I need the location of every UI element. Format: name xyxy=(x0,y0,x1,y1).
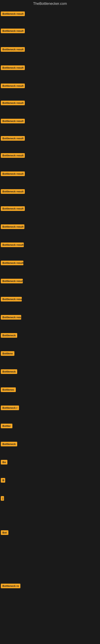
bottleneck-item: Bottleneck xyxy=(1,442,17,447)
bottleneck-badge: Bottleneck result xyxy=(1,260,23,265)
bottleneck-badge: Bottleneck result xyxy=(1,153,25,158)
bottleneck-badge: Bottleneck result xyxy=(1,84,25,88)
bottleneck-badge: Bottleneck result xyxy=(1,28,25,33)
bottleneck-item: Bottleneck result xyxy=(1,84,25,89)
bottleneck-item: Bo xyxy=(1,460,7,465)
bottleneck-badge: Bottleneck result xyxy=(1,12,25,16)
bottleneck-badge: | xyxy=(1,496,4,501)
bottleneck-badge: Bottleneck r xyxy=(1,406,19,410)
bottleneck-badge: Bottleneck result xyxy=(1,66,25,70)
bottleneck-item: Bottleneck result xyxy=(1,136,25,142)
bottleneck-item: Bottlenec xyxy=(1,388,16,393)
bottleneck-item: Bottleneck result xyxy=(1,47,25,52)
bottleneck-badge: Bottleneck result xyxy=(1,279,23,283)
site-title: TheBottlenecker.com xyxy=(0,0,100,8)
bottleneck-item: Bottleneck r xyxy=(1,406,19,411)
bottleneck-item: | xyxy=(1,496,4,502)
bottleneck-item: Bottleneck result xyxy=(1,224,24,230)
bottleneck-item: Bottlene xyxy=(1,351,14,356)
bottleneck-item: Bottleneck re xyxy=(1,584,20,589)
bottleneck-item: Bottleneck xyxy=(1,369,17,375)
bottleneck-item: Bottleneck result xyxy=(1,66,25,71)
bottleneck-badge: Bottleneck result xyxy=(1,206,25,211)
bottleneck-badge: Bottleneck result xyxy=(1,100,25,105)
bottleneck-item: Bottler xyxy=(1,424,12,429)
bottleneck-item: Bottleneck result xyxy=(1,28,25,34)
bottleneck-item: Bottleneck result xyxy=(1,242,24,248)
bottleneck-badge: Bottlene xyxy=(1,351,14,356)
bottleneck-item: Bottleneck result xyxy=(1,12,25,17)
bottleneck-badge: Bottleneck result xyxy=(1,119,25,123)
bottleneck-badge: Bottleneck resul xyxy=(1,297,22,302)
bottleneck-badge: Bottleneck xyxy=(1,369,17,374)
bottleneck-badge: B xyxy=(1,478,5,482)
bottleneck-badge: Bottleneck result xyxy=(1,172,25,176)
bottleneck-badge: Bottleneck result xyxy=(1,224,24,229)
bottleneck-badge: Bottleneck xyxy=(1,442,17,446)
bottleneck-badge: Bottler xyxy=(1,424,12,428)
bottleneck-item: Bottleneck resu xyxy=(1,315,21,320)
bottleneck-badge: Bottlenec xyxy=(1,388,16,392)
bottleneck-item: Bottleneck xyxy=(1,333,17,338)
bottleneck-badge: Bo xyxy=(1,460,7,464)
bottleneck-badge: Bottleneck re xyxy=(1,584,20,588)
bottleneck-item: B xyxy=(1,478,5,484)
bottleneck-badge: Bottleneck result xyxy=(1,47,25,52)
bottleneck-item: Bot xyxy=(1,530,8,536)
bottleneck-badge: Bottleneck xyxy=(1,333,17,338)
bottleneck-badge: Bottleneck result xyxy=(1,242,24,247)
bottleneck-item: Bottleneck result xyxy=(1,206,25,212)
bottleneck-item: Bottleneck result xyxy=(1,172,25,177)
bottleneck-badge: Bottleneck result xyxy=(1,136,25,141)
bottleneck-item: Bottleneck result xyxy=(1,279,23,284)
bottleneck-item: Bottleneck result xyxy=(1,119,25,124)
bottleneck-badge: Bottleneck result xyxy=(1,189,25,194)
bottleneck-item: Bottleneck result xyxy=(1,189,25,194)
bottleneck-item: Bottleneck resul xyxy=(1,297,22,302)
bottleneck-item: Bottleneck result xyxy=(1,260,23,266)
bottleneck-item: Bottleneck result xyxy=(1,153,25,158)
bottleneck-badge: Bot xyxy=(1,530,8,535)
bottleneck-badge: Bottleneck resu xyxy=(1,315,21,320)
bottleneck-item: Bottleneck result xyxy=(1,100,25,106)
